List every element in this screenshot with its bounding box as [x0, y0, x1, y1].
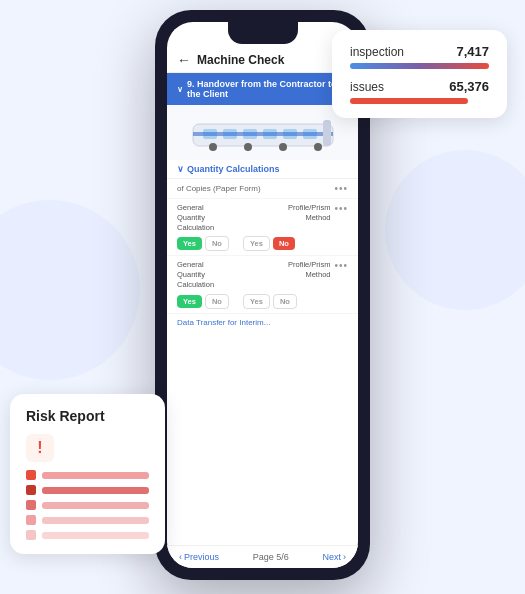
row2-menu-icon[interactable]: •••	[334, 260, 348, 271]
risk-dot-3	[26, 500, 36, 510]
risk-row-1	[26, 470, 149, 480]
svg-rect-12	[323, 120, 331, 146]
chevron-qty-icon: ∨	[177, 164, 184, 174]
risk-dot-1	[26, 470, 36, 480]
phone-footer: ‹ Previous Page 5/6 Next ›	[167, 545, 358, 568]
next-label: Next	[322, 552, 341, 562]
previous-button[interactable]: ‹ Previous	[179, 552, 219, 562]
row2-btn-group: Yes No Yes No	[177, 294, 348, 309]
row2-right-label: Profile/PrismMethod	[288, 260, 331, 280]
bg-circle-left	[0, 200, 140, 380]
inspection-bar	[350, 63, 489, 69]
risk-dot-5	[26, 530, 36, 540]
qty-header: ∨ Quantity Calculations	[167, 160, 358, 179]
next-button[interactable]: Next ›	[322, 552, 346, 562]
row1-no2-btn[interactable]: No	[273, 237, 295, 250]
row1-right-label: Profile/PrismMethod	[288, 203, 331, 223]
risk-bar-2	[42, 487, 149, 494]
risk-dot-4	[26, 515, 36, 525]
phone-header: ← Machine Check	[167, 48, 358, 73]
svg-point-9	[244, 143, 252, 151]
prev-icon: ‹	[179, 552, 182, 562]
risk-bar-4	[42, 517, 149, 524]
copies-row: of Copies (Paper Form) •••	[167, 179, 358, 199]
copies-menu-icon[interactable]: •••	[334, 183, 348, 194]
train-area	[167, 105, 358, 160]
row2-no-btn[interactable]: No	[205, 294, 229, 309]
row1-menu-icon[interactable]: •••	[334, 203, 348, 214]
page-indicator: Page 5/6	[253, 552, 289, 562]
risk-row-2	[26, 485, 149, 495]
risk-bar-5	[42, 532, 149, 539]
risk-card: Risk Report !	[10, 394, 165, 554]
stats-card: inspection 7,417 issues 65,376	[332, 30, 507, 118]
row1-btn-group: Yes No Yes No	[177, 236, 348, 251]
inspection-label: inspection	[350, 45, 404, 59]
risk-row-4	[26, 515, 149, 525]
inspection-value: 7,417	[456, 44, 489, 59]
risk-row-5	[26, 530, 149, 540]
data-transfer-label: Data Transfer for Interim...	[177, 318, 270, 327]
svg-point-8	[209, 143, 217, 151]
chevron-down-icon: ∨	[177, 85, 183, 94]
data-transfer-row: Data Transfer for Interim...	[167, 314, 358, 331]
issues-value: 65,376	[449, 79, 489, 94]
phone-notch	[228, 22, 298, 44]
prev-label: Previous	[184, 552, 219, 562]
risk-row-3	[26, 500, 149, 510]
row2-yes2-btn[interactable]: Yes	[243, 294, 270, 309]
back-arrow-icon[interactable]: ←	[177, 52, 191, 68]
row2-left-label: GeneralQuantityCalculation	[177, 260, 214, 289]
train-illustration	[188, 112, 338, 154]
section-header: ∨ 9. Handover from the Contractor to the…	[167, 73, 358, 105]
risk-bar-1	[42, 472, 149, 479]
header-title: Machine Check	[197, 53, 284, 67]
row1-yes2-btn[interactable]: Yes	[243, 236, 270, 251]
inspection-stat: inspection 7,417	[350, 44, 489, 69]
table-row-1: GeneralQuantityCalculation Profile/Prism…	[167, 199, 358, 256]
svg-point-10	[279, 143, 287, 151]
table-row-2: GeneralQuantityCalculation Profile/Prism…	[167, 256, 358, 313]
copies-label: of Copies (Paper Form)	[177, 184, 261, 193]
risk-title: Risk Report	[26, 408, 149, 424]
next-icon: ›	[343, 552, 346, 562]
issues-label: issues	[350, 80, 384, 94]
svg-rect-7	[193, 132, 333, 136]
issues-bar	[350, 98, 468, 104]
row1-no-btn[interactable]: No	[205, 236, 229, 251]
section-title: 9. Handover from the Contractor to the C…	[187, 79, 348, 99]
risk-rows	[26, 470, 149, 540]
risk-warning-icon: !	[26, 434, 54, 462]
row2-no2-btn[interactable]: No	[273, 294, 297, 309]
issues-stat: issues 65,376	[350, 79, 489, 104]
svg-point-11	[314, 143, 322, 151]
row1-yes-btn[interactable]: Yes	[177, 237, 202, 250]
qty-section-label: Quantity Calculations	[187, 164, 280, 174]
bg-circle-right	[385, 150, 525, 310]
phone-screen: 15:28 ← Machine Check ∨ 9. Handover from…	[167, 22, 358, 568]
row1-left-label: GeneralQuantityCalculation	[177, 203, 214, 232]
risk-dot-2	[26, 485, 36, 495]
risk-bar-3	[42, 502, 149, 509]
row2-yes-btn[interactable]: Yes	[177, 295, 202, 308]
